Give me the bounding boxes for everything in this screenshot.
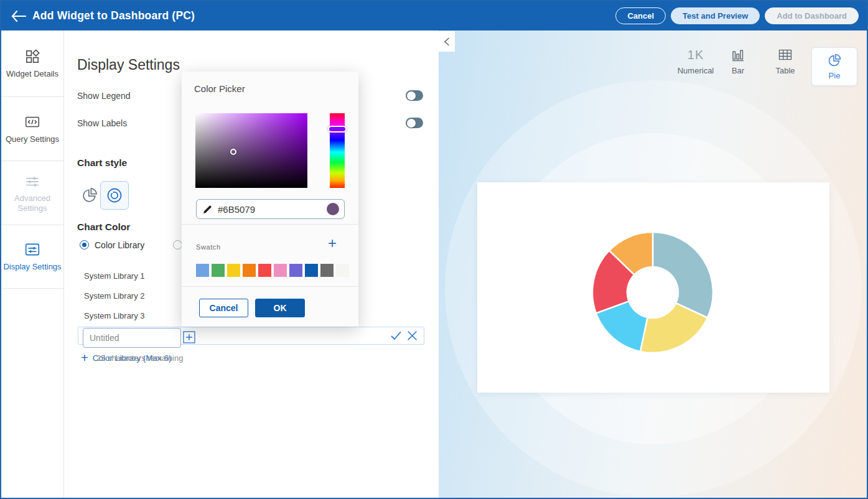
plus-icon: +: [81, 352, 88, 364]
show-legend-label: Show Legend: [77, 91, 131, 101]
sidebar-item-query-settings[interactable]: Query Settings: [1, 97, 63, 161]
chart-type-label: Bar: [732, 66, 744, 75]
test-and-preview-button[interactable]: Test and Preview: [671, 7, 760, 24]
confirm-button[interactable]: [390, 330, 402, 344]
swatch-color[interactable]: [227, 264, 240, 277]
page-title: Add Widget to Dashboard (PC): [32, 9, 195, 22]
swatch-color[interactable]: [258, 264, 271, 277]
swatch-color[interactable]: [212, 264, 225, 277]
chart-type-pie-selected[interactable]: Pie: [811, 47, 857, 86]
swatch-color[interactable]: [243, 264, 256, 277]
header-bar: Add Widget to Dashboard (PC) Cancel Test…: [1, 1, 867, 30]
collapse-panel-button[interactable]: [439, 31, 455, 52]
chart-style-donut-option-selected[interactable]: [100, 181, 129, 210]
donut-segment: [653, 232, 713, 318]
bar-chart-icon: [730, 47, 745, 62]
chevron-left-icon: [443, 37, 450, 46]
chart-style-heading: Chart style: [77, 157, 127, 169]
chart-type-label: Pie: [829, 71, 841, 80]
numerical-icon: 1K: [688, 48, 704, 62]
toggle-knob: [407, 91, 416, 100]
donut-chart: [590, 230, 715, 355]
divider: [182, 286, 358, 287]
current-color-dot: [327, 203, 339, 215]
library-name-input[interactable]: [83, 328, 181, 348]
picker-ok-button[interactable]: OK: [255, 299, 305, 317]
hue-slider-thumb[interactable]: [328, 126, 347, 133]
sidebar-item-advanced-settings[interactable]: Advanced Settings: [1, 161, 63, 225]
characters-remaining-text: 25 characters remaining: [96, 353, 183, 363]
plus-icon: +: [328, 235, 337, 251]
check-icon: [390, 330, 402, 342]
list-item-system-library-3[interactable]: System Library 3: [84, 311, 145, 320]
swatch-color[interactable]: [289, 264, 302, 277]
widget-preview-card: [477, 182, 829, 393]
pie-icon: [827, 53, 842, 68]
saturation-value-area[interactable]: [195, 113, 307, 188]
chart-color-heading: Chart Color: [77, 222, 130, 233]
divider: [182, 224, 358, 225]
display-settings-icon: [24, 241, 40, 258]
custom-color-radio[interactable]: [173, 240, 182, 250]
sidebar-item-widget-details[interactable]: Widget Details: [1, 30, 63, 97]
code-icon: [24, 114, 40, 130]
show-labels-toggle[interactable]: [406, 118, 423, 128]
sidebar-item-label: Widget Details: [6, 69, 58, 79]
chart-type-label: Numerical: [678, 66, 714, 75]
cancel-button[interactable]: Cancel: [615, 7, 666, 24]
swatch-color[interactable]: [305, 264, 318, 277]
chart-type-label: Table: [775, 66, 795, 75]
color-picker-title: Color Picker: [194, 83, 245, 94]
swatch-color[interactable]: [196, 264, 209, 277]
show-legend-toggle[interactable]: [406, 90, 423, 101]
swatch-color[interactable]: [336, 264, 349, 277]
arrow-left-icon: [11, 11, 26, 22]
chart-type-numerical[interactable]: 1K Numerical: [675, 47, 716, 75]
widget-details-icon: [24, 49, 40, 65]
pie-chart-icon: [81, 187, 98, 204]
table-icon: [778, 47, 793, 62]
sidebar-item-label: Advanced Settings: [1, 194, 63, 213]
preview-panel: 1K Numerical Bar Table Pie: [439, 30, 867, 498]
chart-style-pie-option[interactable]: [81, 187, 98, 204]
header-actions: Cancel Test and Preview Add to Dashboard: [615, 7, 859, 24]
swatch-section-label: Swatch: [196, 243, 221, 251]
back-button[interactable]: [10, 9, 27, 24]
chart-type-table[interactable]: Table: [767, 47, 804, 75]
sidebar: Widget Details Query Settings Advanced S…: [1, 30, 64, 498]
sidebar-item-label: Query Settings: [6, 134, 59, 144]
sidebar-item-label: Display Settings: [3, 262, 61, 272]
swatch-color[interactable]: [320, 264, 334, 277]
picker-cancel-button[interactable]: Cancel: [199, 299, 248, 317]
chart-type-bar[interactable]: Bar: [719, 47, 757, 75]
sidebar-item-display-settings[interactable]: Display Settings: [1, 225, 63, 289]
add-swatch-button[interactable]: +: [328, 236, 337, 251]
toggle-knob: [407, 119, 416, 128]
plus-square-icon: [183, 331, 195, 343]
hex-input-wrapper: [196, 199, 345, 219]
color-library-radio-label: Color Library: [95, 240, 144, 250]
add-to-dashboard-button[interactable]: Add to Dashboard: [765, 7, 859, 24]
hue-slider[interactable]: [330, 113, 345, 188]
donut-chart-icon: [106, 187, 123, 204]
pencil-icon: [203, 205, 212, 214]
add-color-button[interactable]: [183, 331, 195, 346]
cancel-row-button[interactable]: [406, 330, 418, 344]
list-item-system-library-1[interactable]: System Library 1: [84, 271, 145, 281]
sliders-icon: [24, 173, 40, 189]
edit-button[interactable]: [197, 205, 218, 214]
swatch-row: [196, 264, 349, 277]
panel-heading: Display Settings: [77, 57, 180, 73]
color-library-radio[interactable]: [80, 240, 89, 250]
show-labels-label: Show Labels: [77, 118, 127, 128]
color-marker[interactable]: [230, 149, 236, 155]
app-window: Add Widget to Dashboard (PC) Cancel Test…: [0, 0, 868, 499]
swatch-color[interactable]: [274, 264, 287, 277]
list-item-system-library-2[interactable]: System Library 2: [84, 291, 145, 301]
hex-color-input[interactable]: [218, 204, 327, 215]
close-icon: [406, 330, 418, 342]
color-picker-dialog: Color Picker Swatch + Cancel OK: [182, 72, 358, 327]
